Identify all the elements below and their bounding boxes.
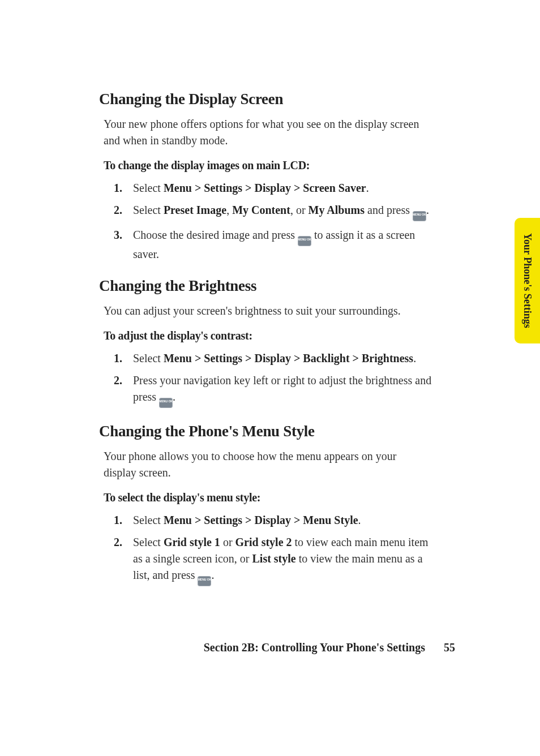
page-footer: Section 2B: Controlling Your Phone's Set… bbox=[204, 641, 455, 654]
footer-section-label: Section 2B: Controlling Your Phone's Set… bbox=[204, 641, 425, 654]
heading-display-screen: Changing the Display Screen bbox=[99, 91, 432, 108]
side-tab: Your Phone's Settings bbox=[515, 218, 540, 343]
step-item: Select Menu > Settings > Display > Backl… bbox=[133, 350, 432, 367]
section-display-screen: Changing the Display Screen Your new pho… bbox=[99, 91, 432, 263]
step-list: Select Menu > Settings > Display > Scree… bbox=[99, 180, 432, 263]
section-menu-style: Changing the Phone's Menu Style Your pho… bbox=[99, 423, 432, 586]
menu-ok-key-icon: MENU OK bbox=[413, 211, 426, 221]
heading-menu-style: Changing the Phone's Menu Style bbox=[99, 423, 432, 440]
document-page: Your Phone's Settings Changing the Displ… bbox=[0, 0, 540, 756]
side-tab-label: Your Phone's Settings bbox=[521, 233, 533, 328]
intro-text: You can adjust your screen's brightness … bbox=[104, 303, 428, 319]
subhead: To adjust the display's contrast: bbox=[104, 329, 428, 342]
footer-page-number: 55 bbox=[444, 641, 455, 654]
step-item: Select Preset Image, My Content, or My A… bbox=[133, 202, 432, 221]
step-item: Press your navigation key left or right … bbox=[133, 372, 432, 408]
section-brightness: Changing the Brightness You can adjust y… bbox=[99, 277, 432, 408]
step-item: Select Grid style 1 or Grid style 2 to v… bbox=[133, 534, 432, 586]
heading-brightness: Changing the Brightness bbox=[99, 277, 432, 295]
step-item: Select Menu > Settings > Display > Scree… bbox=[133, 180, 432, 196]
menu-ok-key-icon: MENU OK bbox=[198, 576, 211, 586]
intro-text: Your phone allows you to choose how the … bbox=[104, 448, 428, 481]
menu-ok-key-icon: MENU OK bbox=[159, 398, 173, 408]
subhead: To select the display's menu style: bbox=[104, 491, 428, 504]
intro-text: Your new phone offers options for what y… bbox=[104, 116, 428, 149]
step-list: Select Menu > Settings > Display > Menu … bbox=[99, 512, 432, 586]
subhead: To change the display images on main LCD… bbox=[104, 159, 428, 172]
step-list: Select Menu > Settings > Display > Backl… bbox=[99, 350, 432, 408]
menu-ok-key-icon: MENU OK bbox=[298, 236, 311, 246]
step-item: Select Menu > Settings > Display > Menu … bbox=[133, 512, 432, 529]
step-item: Choose the desired image and press MENU … bbox=[133, 227, 432, 263]
